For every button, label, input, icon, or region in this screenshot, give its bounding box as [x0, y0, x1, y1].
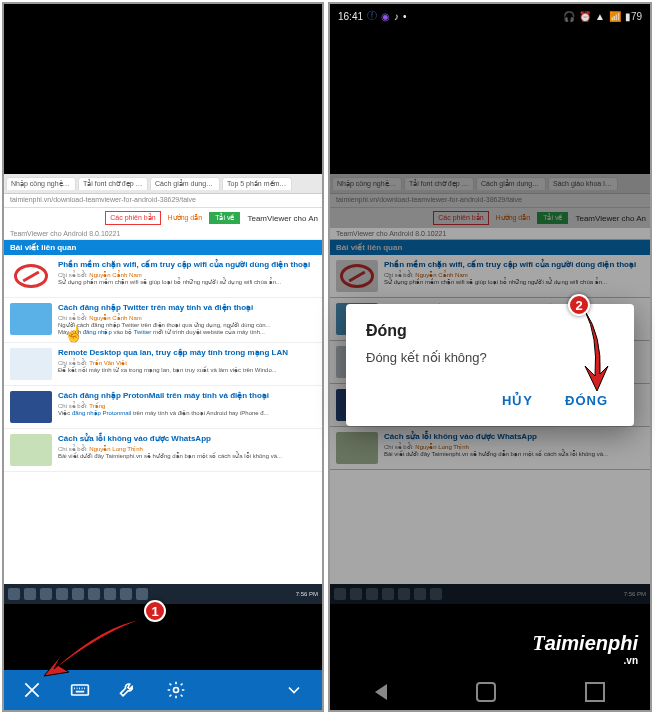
article-title[interactable]: Cách đăng nhập ProtonMail trên máy tính … [58, 391, 316, 401]
taskbar-icon[interactable] [24, 588, 36, 600]
callout-arrow-1 [34, 614, 154, 688]
page-header-buttons: Các phiên bản Hướng dẫn Tải về TeamViewe… [4, 208, 322, 228]
callout-badge-2: 2 [568, 294, 590, 316]
article-thumb-icon [10, 391, 52, 423]
article-item[interactable]: Cách đăng nhập Twitter trên máy tính và … [4, 298, 322, 343]
taskbar-icon[interactable] [72, 588, 84, 600]
article-excerpt: Việc đăng nhập Protonmail trên máy tính … [58, 410, 316, 418]
taskbar-icon[interactable] [136, 588, 148, 600]
chevron-down-icon [284, 680, 304, 700]
page-subtitle: TeamViewer cho Android 8.0.10221 [4, 228, 322, 240]
android-navbar [330, 674, 650, 710]
remote-desktop-view[interactable]: Nhập công nghệ và... Tải font chữ đẹp on… [4, 174, 322, 604]
settings-button[interactable] [156, 670, 196, 710]
dialog-cancel-button[interactable]: HỦY [496, 385, 539, 416]
nav-recent-button[interactable] [585, 682, 605, 702]
article-excerpt: Sử dụng phần mềm chặn wifi sẽ giúp loại … [58, 279, 316, 287]
versions-button[interactable]: Các phiên bản [105, 211, 160, 225]
nav-back-button[interactable] [375, 684, 387, 700]
guide-button[interactable]: Hướng dẫn [164, 212, 207, 224]
article-excerpt: Bài viết dưới đây Taimienphi.vn sẽ hướng… [58, 453, 316, 461]
browser-tab[interactable]: Nhập công nghệ và... [6, 177, 76, 190]
status-time: 16:41 [338, 11, 363, 22]
watermark-logo: TTaimienphiaimienphi.vn [532, 632, 638, 666]
related-section-header: Bài viết liên quan [4, 240, 322, 255]
gear-icon [166, 680, 186, 700]
taskbar-icon[interactable] [40, 588, 52, 600]
article-item[interactable]: Phần mềm chặn wifi, cấm truy cập wifi củ… [4, 255, 322, 298]
browser-tabstrip[interactable]: Nhập công nghệ và... Tải font chữ đẹp on… [4, 174, 322, 194]
article-title[interactable]: Cách sửa lỗi không vào được WhatsApp [58, 434, 316, 444]
nav-home-button[interactable] [476, 682, 496, 702]
remote-letterbox-top [4, 4, 322, 174]
article-title[interactable]: Remote Desktop qua lan, truy cập máy tín… [58, 348, 316, 358]
article-excerpt: Để kết nối máy tính từ xa trong mạng lan… [58, 367, 316, 375]
facebook-icon: ⓕ [367, 9, 377, 23]
article-title[interactable]: Cách đăng nhập Twitter trên máy tính và … [58, 303, 316, 313]
right-phone-frame: 16:41 ⓕ ◉ ♪ • 🎧 ⏰ ▲ 📶 ▮79 Nhập công nghệ… [328, 2, 652, 712]
article-thumb-icon [10, 303, 52, 335]
headphones-icon: 🎧 [563, 11, 575, 22]
android-statusbar: 16:41 ⓕ ◉ ♪ • 🎧 ⏰ ▲ 📶 ▮79 [330, 4, 650, 28]
alarm-icon: ⏰ [579, 11, 591, 22]
article-item[interactable]: Cách đăng nhập ProtonMail trên máy tính … [4, 386, 322, 429]
taskbar-icon[interactable] [120, 588, 132, 600]
svg-point-1 [174, 688, 179, 693]
taskbar-clock: 7:56 PM [296, 591, 318, 597]
callout-arrow-2 [570, 306, 620, 400]
taskbar-icon[interactable] [56, 588, 68, 600]
article-thumb-icon [10, 434, 52, 466]
taskbar-icon[interactable] [88, 588, 100, 600]
windows-taskbar[interactable]: 7:56 PM [4, 584, 322, 604]
hand-cursor-icon: ☝ [64, 324, 84, 343]
battery-label: ▮79 [625, 11, 642, 22]
more-icon: • [403, 11, 407, 22]
callout-badge-1: 1 [144, 600, 166, 622]
article-thumb-icon [10, 260, 52, 292]
messenger-icon: ◉ [381, 11, 390, 22]
browser-tab[interactable]: Tải font chữ đẹp online, thủ... [78, 177, 148, 190]
article-thumb-icon [10, 348, 52, 380]
browser-tab[interactable]: Cách giảm dung lượng ảnh, né... [150, 177, 220, 190]
left-phone-frame: Nhập công nghệ và... Tải font chữ đẹp on… [2, 2, 324, 712]
download-button[interactable]: Tải về [209, 212, 240, 224]
page-title: TeamViewer cho An [243, 214, 318, 223]
wifi-icon: ▲ [595, 11, 605, 22]
article-title[interactable]: Phần mềm chặn wifi, cấm truy cập wifi củ… [58, 260, 316, 270]
url-bar[interactable]: taimienphi.vn/download-teamviewer-for-an… [4, 194, 322, 208]
article-item[interactable]: Cách sửa lỗi không vào được WhatsApp Chi… [4, 429, 322, 472]
start-icon[interactable] [8, 588, 20, 600]
signal-icon: 📶 [609, 11, 621, 22]
taskbar-icon[interactable] [104, 588, 116, 600]
article-excerpt: Người cách đăng nhập Twitter trên điện t… [58, 322, 316, 338]
collapse-button[interactable] [274, 670, 314, 710]
tiktok-icon: ♪ [394, 11, 399, 22]
article-item[interactable]: Remote Desktop qua lan, truy cập máy tín… [4, 343, 322, 386]
browser-tab[interactable]: Top 5 phần mềm học tiếng an... [222, 177, 292, 190]
